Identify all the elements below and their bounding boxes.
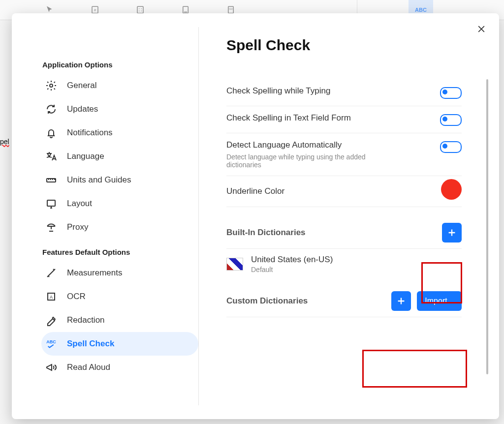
main-panel: Spell Check Check Spelling while Typing … — [199, 13, 499, 419]
dictionary-default-label: Default — [251, 266, 333, 273]
spellcheck-icon: ABC — [44, 337, 58, 351]
sidebar-item-label: Notifications — [67, 128, 113, 138]
sidebar-item-proxy[interactable]: Proxy — [41, 215, 198, 239]
translate-icon — [44, 150, 58, 163]
sidebar-item-language[interactable]: Language — [41, 145, 198, 168]
dictionary-name: United States (en-US) — [251, 255, 333, 265]
redaction-icon — [44, 313, 58, 327]
plus-icon — [396, 296, 407, 306]
setting-label: Underline Color — [226, 186, 284, 196]
setting-sublabel: Detect language while typing using the a… — [226, 153, 394, 169]
page-title: Spell Check — [226, 37, 472, 54]
dictionary-entry[interactable]: United States (en-US) Default — [226, 249, 462, 279]
svg-text:A: A — [50, 295, 53, 300]
import-dictionary-button[interactable]: Import... — [417, 291, 462, 311]
svg-text:010: 010 — [229, 8, 233, 10]
sidebar-item-label: Updates — [67, 104, 98, 114]
sidebar-item-label: Units and Guides — [67, 175, 131, 185]
sidebar-item-label: Measurements — [67, 268, 122, 278]
setting-check-textfield: Check Spelling in Text Field Form — [226, 106, 462, 133]
sidebar-item-read-aloud[interactable]: Read Aloud — [41, 356, 198, 379]
section-title-features-default: Features Default Options — [42, 248, 198, 256]
section-title-application-options: Application Options — [42, 61, 198, 69]
setting-underline-color: Underline Color — [226, 176, 462, 207]
sidebar-item-notifications[interactable]: Notifications — [41, 121, 198, 145]
underline-color-swatch[interactable] — [441, 179, 462, 200]
gear-icon — [44, 79, 58, 92]
setting-detect-language: Detect Language Automatically Detect lan… — [226, 133, 462, 176]
svg-rect-13 — [47, 200, 55, 206]
add-custom-dictionary-button[interactable] — [391, 291, 411, 311]
setting-check-typing: Check Spelling while Typing — [226, 79, 462, 106]
ocr-icon: A — [44, 290, 58, 303]
flag-icon — [226, 258, 243, 271]
section-label: Custom Dictionaries — [226, 296, 308, 306]
svg-point-11 — [50, 84, 53, 87]
svg-point-6 — [141, 11, 142, 12]
setting-label: Check Spelling in Text Field Form — [226, 113, 351, 123]
sync-icon — [44, 102, 58, 116]
svg-point-5 — [139, 11, 140, 12]
sidebar: Application Options General Updates Noti… — [12, 27, 199, 405]
sidebar-item-label: Read Aloud — [67, 363, 110, 372]
ruler-icon — [44, 173, 58, 187]
sidebar-item-general[interactable]: General — [41, 74, 198, 97]
plus-icon — [446, 227, 457, 238]
sidebar-item-label: General — [67, 81, 96, 91]
sidebar-item-label: Spell Check — [67, 339, 114, 349]
measure-icon — [44, 266, 58, 280]
custom-dictionaries-header: Custom Dictionaries Import... — [226, 291, 462, 317]
sidebar-item-units-guides[interactable]: Units and Guides — [41, 168, 198, 192]
setting-label: Check Spelling while Typing — [226, 86, 330, 96]
sidebar-item-spell-check[interactable]: ABC Spell Check — [41, 332, 198, 356]
sidebar-item-layout[interactable]: Layout — [41, 192, 198, 215]
add-builtin-dictionary-button[interactable] — [442, 223, 462, 242]
section-label: Built-In Dictionaries — [226, 228, 306, 238]
sidebar-item-redaction[interactable]: Redaction — [41, 308, 198, 332]
svg-point-3 — [139, 8, 140, 9]
sidebar-item-label: Redaction — [67, 315, 105, 325]
toggle-check-typing[interactable] — [440, 87, 462, 99]
toggle-check-textfield[interactable] — [440, 114, 462, 126]
sidebar-item-ocr[interactable]: A OCR — [41, 285, 198, 308]
scrollbar[interactable] — [486, 79, 488, 374]
sidebar-item-measurements[interactable]: Measurements — [41, 261, 198, 285]
sidebar-item-updates[interactable]: Updates — [41, 97, 198, 121]
layout-icon — [44, 197, 58, 211]
background-misspelled-text: pel — [0, 138, 9, 146]
sidebar-item-label: OCR — [67, 292, 86, 302]
bell-icon — [44, 126, 58, 140]
sidebar-item-label: Proxy — [67, 222, 88, 232]
setting-label: Detect Language Automatically — [226, 140, 394, 150]
proxy-icon — [44, 220, 58, 234]
svg-text:#: # — [94, 8, 96, 12]
megaphone-icon — [44, 361, 58, 374]
builtin-dictionaries-header: Built-In Dictionaries — [226, 223, 462, 249]
sidebar-item-label: Language — [67, 151, 104, 161]
toggle-detect-language[interactable] — [440, 141, 462, 153]
svg-rect-2 — [137, 6, 143, 13]
preferences-modal: Application Options General Updates Noti… — [12, 13, 499, 419]
svg-point-4 — [141, 8, 142, 9]
import-label: Import... — [425, 297, 454, 305]
sidebar-item-label: Layout — [67, 199, 92, 209]
